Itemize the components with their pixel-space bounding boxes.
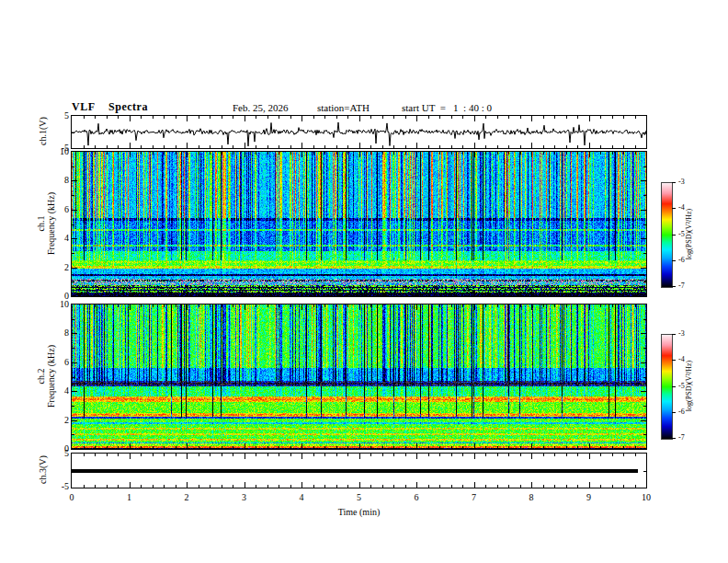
colorbar-tick	[672, 412, 676, 413]
vlf-spectra-figure: VLF Spectra Feb. 25, 2026 station=ATH st…	[0, 0, 728, 563]
ch3-voltage-panel	[71, 453, 647, 488]
freq-tick-label: 4	[44, 386, 69, 396]
freq-tick-label: 2	[44, 263, 69, 272]
freq-tick-label: 6	[44, 358, 69, 367]
colorbar-tick-label: -7	[678, 434, 685, 442]
freq-tick-label: 0	[44, 444, 69, 454]
colorbar-tick-label: -6	[678, 408, 685, 416]
ch1v-ytick-top: 5	[44, 111, 69, 121]
x-tick-label: 10	[632, 493, 660, 502]
colorbar-tick-label: -7	[678, 282, 685, 290]
colorbar-tick	[672, 235, 676, 236]
x-tick-label: 4	[288, 493, 315, 502]
x-tick-label: 2	[173, 493, 200, 502]
colorbar-tick-label: -3	[678, 330, 685, 338]
colorbar-tick	[672, 334, 676, 335]
colorbar-tick	[672, 438, 676, 439]
colorbar-tick-label: -5	[678, 231, 685, 238]
colorbar-tick-label: -4	[678, 204, 685, 212]
x-tick-label: 8	[518, 493, 545, 502]
colorbar-1-axis-label: log(PSD)(V²/Hz)	[685, 184, 693, 285]
colorbar-tick	[672, 286, 676, 287]
freq-tick-label: 6	[44, 205, 69, 214]
ch1-spectrogram-panel	[71, 151, 647, 297]
freq-tick-label: 4	[44, 234, 69, 243]
freq-tick-label: 10	[44, 147, 69, 156]
ch1-spectrogram-canvas	[72, 152, 646, 296]
colorbar-2-axis-label: log(PSD)(V²/Hz)	[685, 336, 693, 437]
ch2-spectrogram-panel	[71, 304, 647, 450]
colorbar-tick-label: -4	[678, 356, 685, 363]
colorbar-tick	[672, 260, 676, 261]
x-tick-label: 7	[461, 493, 488, 502]
colorbar-tick	[672, 386, 676, 387]
freq-tick-label: 2	[44, 416, 69, 425]
start-ut-label: start UT = 1 : 40 : 0	[402, 102, 492, 113]
ch1-waveform-canvas	[72, 116, 646, 148]
ch1-voltage-panel	[71, 115, 647, 149]
ch3v-ytick-bottom: -5	[44, 482, 69, 491]
freq-tick-label: 8	[44, 328, 69, 338]
freq-tick-label: 8	[44, 176, 69, 185]
colorbar-tick-label: -6	[678, 257, 685, 264]
x-tick-label: 6	[403, 493, 430, 502]
colorbar-tick	[672, 208, 676, 209]
x-tick-label: 9	[575, 493, 603, 502]
plot-title: VLF Spectra	[72, 100, 148, 114]
ch2-spectrogram-canvas	[72, 304, 646, 449]
colorbar-tick	[672, 360, 676, 361]
colorbar-tick	[672, 182, 676, 183]
x-tick-label: 5	[346, 493, 373, 502]
freq-tick-label: 10	[44, 300, 69, 309]
x-tick-label: 3	[231, 493, 258, 502]
ch3v-axis-label: ch.3(V)	[38, 415, 48, 525]
x-tick-label: 1	[116, 493, 143, 502]
ch3-waveform-canvas	[72, 454, 646, 488]
x-axis-label: Time (min)	[303, 507, 415, 517]
colorbar-tick-label: -5	[678, 383, 685, 390]
colorbar-tick-label: -3	[678, 178, 685, 186]
station-label: station=ATH	[317, 102, 370, 113]
date-label: Feb. 25, 2026	[233, 102, 289, 113]
x-tick-label: 0	[58, 493, 85, 502]
